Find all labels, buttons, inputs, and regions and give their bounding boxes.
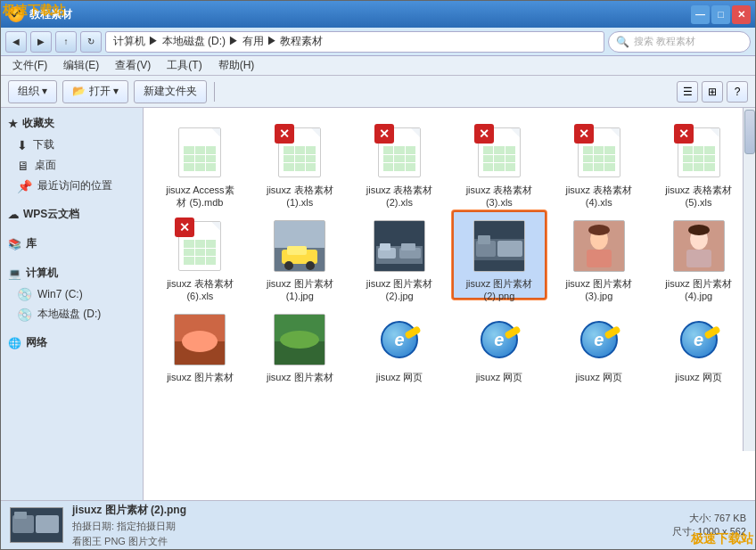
jpg6-thumbnail bbox=[274, 314, 325, 365]
file-label-xls6: jisuxz 表格素材 (6).xls bbox=[164, 277, 235, 303]
xls3-icon-container: ✕ bbox=[471, 124, 528, 181]
help-button[interactable]: ? bbox=[727, 81, 748, 103]
back-button[interactable]: ◀ bbox=[5, 31, 27, 53]
file-label-xls4: jisuxz 表格素材 (4).xls bbox=[563, 184, 635, 209]
xls5-icon-container: ✕ bbox=[670, 124, 727, 181]
web3-icon: e bbox=[576, 316, 622, 363]
file-item-jpg3[interactable]: jisuxz 图片素材 (3).jpg bbox=[551, 210, 646, 300]
menu-tools[interactable]: 工具(T) bbox=[160, 56, 209, 75]
file-item-xls2[interactable]: ✕ jisuxz 表格素材 (2).xls bbox=[352, 117, 448, 206]
sidebar-header-network[interactable]: 🌐 网络 bbox=[1, 332, 143, 354]
png-thumbnail bbox=[473, 220, 525, 272]
toolbar: 组织 ▾ 📂 打开 ▾ 新建文件夹 ☰ ⊞ ? bbox=[1, 76, 755, 108]
path-text: 计算机 ▶ 本地磁盘 (D:) ▶ 有用 ▶ 教程素材 bbox=[113, 34, 323, 49]
corner-fold-xls2 bbox=[411, 128, 420, 137]
file-item-jpg2[interactable]: jisuxz 图片素材 (2).jpg bbox=[352, 210, 448, 300]
cloud-icon: ☁ bbox=[8, 209, 19, 221]
status-info: jisuxz 图片素材 (2).png 拍摄日期: 指定拍摄日期 看图王 PNG… bbox=[72, 503, 663, 548]
file-item-xls1[interactable]: ✕ jisuxz 表格素材 (1).xls bbox=[252, 117, 348, 206]
file-item-jpg1[interactable]: jisuxz 图片素材 (1).jpg bbox=[252, 210, 348, 300]
web4-icon: e bbox=[676, 316, 722, 363]
computer-label: 计算机 bbox=[26, 266, 58, 281]
file-item-jpg4[interactable]: jisuxz 图片素材 (4).jpg bbox=[651, 210, 746, 300]
close-button[interactable]: ✕ bbox=[732, 5, 751, 24]
jpg1-icon-container bbox=[271, 218, 328, 275]
file-item-xls5[interactable]: ✕ jisuxz 表格素材 (5).xls bbox=[651, 117, 746, 206]
file-label-jpg6: jisuxz 图片素材 bbox=[267, 371, 333, 383]
file-item-jpg5[interactable]: jisuxz 图片素材 bbox=[152, 304, 248, 393]
file-item-png-selected[interactable]: jisuxz 图片素材 (2).png bbox=[452, 210, 547, 300]
svg-point-30 bbox=[280, 331, 319, 349]
view-grid-button[interactable]: ⊞ bbox=[702, 81, 723, 103]
svg-point-5 bbox=[306, 261, 315, 270]
file-item-access[interactable]: jisuxz Access素材 (5).mdb bbox=[152, 117, 248, 206]
recent-icon: 📌 bbox=[17, 179, 32, 193]
search-box[interactable]: 🔍 搜索 教程素材 bbox=[608, 31, 751, 53]
sidebar-section-computer: 💻 计算机 💿 Win7 (C:) 💿 本地磁盘 (D:) bbox=[1, 262, 143, 324]
scrollbar[interactable] bbox=[743, 108, 755, 451]
file-item-xls6[interactable]: ✕ jisuxz 表格素材 (6).xls bbox=[152, 210, 248, 300]
status-size: 大小: 767 KB bbox=[672, 512, 746, 525]
corner-fold-xls6 bbox=[211, 222, 220, 231]
file-item-web2[interactable]: e jisuxz 网页 bbox=[452, 304, 547, 393]
library-icon: 📚 bbox=[8, 238, 21, 250]
sidebar-item-desktop[interactable]: 🖥 桌面 bbox=[1, 155, 143, 176]
drive-d-icon: 💿 bbox=[17, 308, 32, 322]
web3-icon-container: e bbox=[571, 311, 628, 368]
watermark-top-left: 极速下载站 bbox=[3, 3, 65, 19]
jpg2-thumbnail bbox=[374, 220, 425, 272]
jpg6-icon-container bbox=[271, 311, 328, 368]
scrollbar-thumb[interactable] bbox=[744, 110, 755, 154]
sidebar-item-recent[interactable]: 📌 最近访问的位置 bbox=[1, 176, 143, 196]
search-placeholder: 搜索 教程素材 bbox=[634, 35, 695, 48]
minimize-button[interactable]: — bbox=[691, 5, 710, 24]
png-icon-container bbox=[471, 218, 528, 275]
file-label-jpg2: jisuxz 图片素材 (2).jpg bbox=[364, 277, 435, 303]
organize-button[interactable]: 组织 ▾ bbox=[8, 80, 57, 103]
drive-c-icon: 💿 bbox=[17, 287, 32, 301]
sidebar-header-library[interactable]: 📚 库 bbox=[1, 233, 143, 255]
drive-d-label: 本地磁盘 (D:) bbox=[37, 307, 101, 322]
view-list-button[interactable]: ☰ bbox=[677, 81, 698, 103]
forward-button[interactable]: ▶ bbox=[30, 31, 52, 53]
status-thumbnail bbox=[10, 507, 63, 543]
new-folder-button[interactable]: 新建文件夹 bbox=[134, 80, 207, 103]
menu-file[interactable]: 文件(F) bbox=[5, 56, 54, 75]
toolbar-separator bbox=[214, 82, 215, 102]
file-item-jpg6[interactable]: jisuxz 图片素材 bbox=[252, 304, 348, 393]
sidebar-item-download[interactable]: ⬇ 下载 bbox=[1, 135, 143, 155]
web4-icon-container: e bbox=[670, 311, 727, 368]
xls1-icon-container: ✕ bbox=[271, 124, 328, 181]
sidebar-item-drive-c[interactable]: 💿 Win7 (C:) bbox=[1, 284, 143, 304]
address-path[interactable]: 计算机 ▶ 本地磁盘 (D:) ▶ 有用 ▶ 教程素材 bbox=[105, 31, 604, 53]
sidebar-header-favorites[interactable]: ★ 收藏夹 bbox=[1, 112, 143, 135]
status-bar: jisuxz 图片素材 (2).png 拍摄日期: 指定拍摄日期 看图王 PNG… bbox=[1, 500, 755, 549]
sidebar-item-drive-d[interactable]: 💿 本地磁盘 (D:) bbox=[1, 304, 143, 324]
jpg4-thumbnail bbox=[673, 220, 725, 272]
menu-help[interactable]: 帮助(H) bbox=[211, 56, 262, 75]
download-icon: ⬇ bbox=[17, 138, 28, 152]
status-filename: jisuxz 图片素材 (2).png bbox=[72, 503, 663, 518]
file-item-xls4[interactable]: ✕ jisuxz 表格素材 (4).xls bbox=[551, 117, 646, 206]
jpg5-thumbnail bbox=[174, 314, 226, 365]
jpg3-icon-container bbox=[571, 218, 628, 275]
maximize-button[interactable]: □ bbox=[711, 5, 730, 24]
file-item-web3[interactable]: e jisuxz 网页 bbox=[551, 304, 646, 393]
web2-icon: e bbox=[476, 316, 522, 363]
open-button[interactable]: 📂 打开 ▾ bbox=[62, 80, 128, 103]
refresh-button[interactable]: ↻ bbox=[80, 31, 102, 53]
file-label-web1: jisuxz 网页 bbox=[376, 371, 423, 383]
up-button[interactable]: ↑ bbox=[55, 31, 77, 53]
file-label-jpg1: jisuxz 图片素材 (1).jpg bbox=[264, 277, 335, 303]
sidebar-header-computer[interactable]: 💻 计算机 bbox=[1, 262, 143, 284]
file-item-web4[interactable]: e jisuxz 网页 bbox=[651, 304, 746, 393]
file-item-xls3[interactable]: ✕ jisuxz 表格素材 (3).xls bbox=[452, 117, 547, 206]
menu-edit[interactable]: 编辑(E) bbox=[56, 56, 106, 75]
menu-view[interactable]: 查看(V) bbox=[108, 56, 158, 75]
status-meta1: 拍摄日期: 指定拍摄日期 bbox=[72, 520, 663, 533]
web1-icon-container: e bbox=[371, 311, 428, 368]
file-item-web1[interactable]: e jisuxz 网页 bbox=[352, 304, 448, 393]
sidebar-header-wps[interactable]: ☁ WPS云文档 bbox=[1, 203, 143, 226]
svg-rect-16 bbox=[478, 235, 490, 244]
xls2-icon-container: ✕ bbox=[371, 124, 428, 181]
